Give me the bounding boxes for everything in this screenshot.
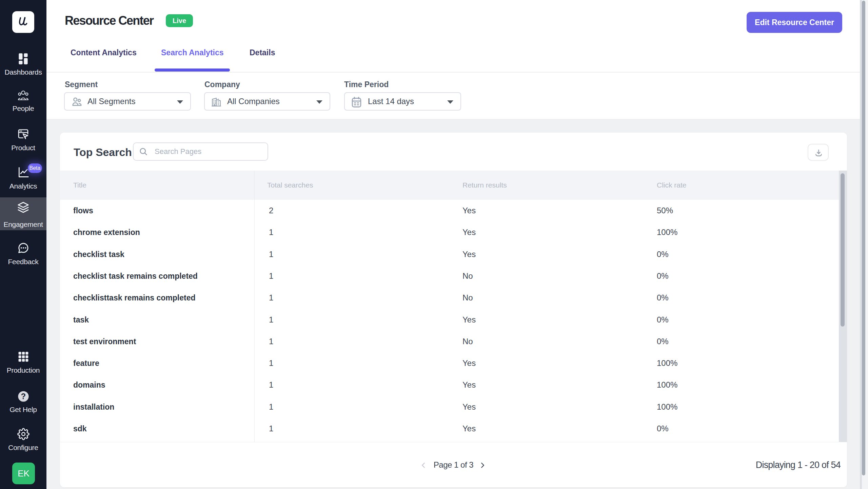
svg-text:?: ?	[21, 392, 25, 401]
